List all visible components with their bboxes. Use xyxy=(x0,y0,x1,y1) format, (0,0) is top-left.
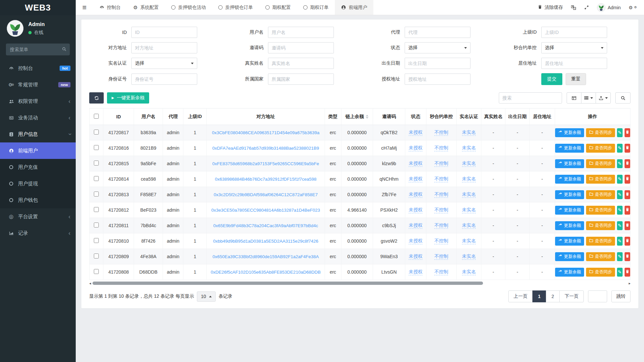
reset-button[interactable]: 重置 xyxy=(566,73,586,85)
delete-button[interactable] xyxy=(625,206,630,215)
kyc-link[interactable]: 未实名 xyxy=(462,269,476,275)
address-input[interactable] xyxy=(131,42,197,53)
id-input[interactable] xyxy=(131,27,197,38)
status-link[interactable]: 未授权 xyxy=(409,161,422,167)
parent-id-input[interactable] xyxy=(541,27,607,38)
control-link[interactable]: 不控制 xyxy=(434,130,448,136)
sync-button[interactable]: 是否同步 xyxy=(586,221,615,230)
control-link[interactable]: 不控制 xyxy=(434,269,448,275)
detail-view-button[interactable] xyxy=(567,92,581,104)
address-link[interactable]: 0x3CbFE0804086CEA09635171D454e09a675b363… xyxy=(212,130,320,135)
refresh-button[interactable] xyxy=(89,92,104,104)
sync-button[interactable]: 是否同步 xyxy=(586,144,615,153)
tab-frontend-users[interactable]: 前端用户 xyxy=(335,0,373,15)
control-link[interactable]: 不控制 xyxy=(434,192,448,198)
status-link[interactable]: 未授权 xyxy=(409,207,422,213)
id-number-input[interactable] xyxy=(131,74,197,85)
update-balance-button[interactable]: 更新余额 xyxy=(555,221,584,230)
tab-options-config[interactable]: 期权配置 xyxy=(259,0,297,15)
next-page-button[interactable]: 下一页 xyxy=(559,290,584,302)
delete-button[interactable] xyxy=(625,128,630,137)
tab-dashboard[interactable]: 控制台 xyxy=(93,0,127,15)
scroll-right-icon[interactable]: ▸ xyxy=(629,282,631,285)
row-checkbox[interactable] xyxy=(94,145,99,150)
kyc-link[interactable]: 未实名 xyxy=(462,254,476,260)
update-balance-button[interactable]: 更新余额 xyxy=(555,237,584,246)
kyc-link[interactable]: 未实名 xyxy=(462,176,476,182)
real-name-input[interactable] xyxy=(268,58,334,69)
select-all-checkbox[interactable] xyxy=(94,114,99,119)
status-link[interactable]: 未授权 xyxy=(409,238,422,244)
sidebar-item-user-withdraw[interactable]: 用户提现 xyxy=(0,175,76,192)
update-balance-button[interactable]: 更新余额 xyxy=(555,190,584,199)
jump-page-input[interactable] xyxy=(588,290,607,302)
scrollbar-thumb[interactable] xyxy=(93,282,483,285)
sync-button[interactable]: 是否同步 xyxy=(586,268,615,277)
page-button-2[interactable]: 2 xyxy=(546,290,560,302)
status-link[interactable]: 未授权 xyxy=(409,192,422,198)
edit-button[interactable]: ✎ xyxy=(617,175,623,184)
contract-control-select[interactable]: 选择 xyxy=(541,42,607,53)
delete-button[interactable] xyxy=(625,237,630,246)
kyc-link[interactable]: 未实名 xyxy=(462,145,476,151)
kyc-link[interactable]: 未实名 xyxy=(462,238,476,244)
table-search-button[interactable] xyxy=(615,92,631,104)
scroll-left-icon[interactable]: ◂ xyxy=(89,282,91,285)
row-checkbox[interactable] xyxy=(94,269,99,274)
row-checkbox[interactable] xyxy=(94,223,99,227)
control-link[interactable]: 不控制 xyxy=(434,145,448,151)
sort-icon[interactable] xyxy=(366,115,368,119)
sync-button[interactable]: 是否同步 xyxy=(586,237,615,246)
hamburger-icon[interactable]: ≡ xyxy=(76,3,93,12)
row-checkbox[interactable] xyxy=(94,192,99,196)
sync-button[interactable]: 是否同步 xyxy=(586,252,615,261)
sync-button[interactable]: 是否同步 xyxy=(586,128,615,137)
delete-button[interactable] xyxy=(625,144,630,153)
address-link[interactable]: 0x638986884B46b76Dc7a392912fDF15f1f7cea5… xyxy=(215,177,317,182)
update-balance-button[interactable]: 更新余额 xyxy=(555,159,584,168)
edit-button[interactable]: ✎ xyxy=(617,252,623,261)
address-link[interactable]: 0x3e3CE50a7805ECC9804814A6b13287a1D4BeF0… xyxy=(211,208,320,213)
menu-search-input[interactable] xyxy=(6,44,70,55)
sidebar-item-dashboard[interactable]: 控制台hot xyxy=(0,60,76,76)
status-link[interactable]: 未授权 xyxy=(409,269,422,275)
jump-button[interactable]: 跳转 xyxy=(611,290,631,302)
update-balance-button[interactable]: 更新余额 xyxy=(555,252,584,261)
avatar[interactable] xyxy=(7,20,24,37)
control-link[interactable]: 不控制 xyxy=(434,223,448,229)
update-balance-button[interactable]: 更新余额 xyxy=(555,175,584,184)
sync-button[interactable]: 是否同步 xyxy=(586,190,615,199)
page-button-1[interactable]: 1 xyxy=(532,290,546,302)
status-link[interactable]: 未授权 xyxy=(409,176,422,182)
kyc-link[interactable]: 未实名 xyxy=(462,223,476,229)
control-link[interactable]: 不控制 xyxy=(434,161,448,167)
invite-code-input[interactable] xyxy=(268,42,334,53)
tab-options-orders[interactable]: 期权订单 xyxy=(297,0,335,15)
clear-cache-button[interactable]: 清除缓存 xyxy=(538,5,563,11)
status-link[interactable]: 未授权 xyxy=(409,145,422,151)
control-link[interactable]: 不控制 xyxy=(434,254,448,260)
country-input[interactable] xyxy=(268,74,334,85)
control-link[interactable]: 不控制 xyxy=(434,207,448,213)
export-button[interactable] xyxy=(596,92,611,104)
edit-button[interactable]: ✎ xyxy=(617,144,623,153)
delete-button[interactable] xyxy=(625,221,630,230)
update-balance-button[interactable]: 更新余额 xyxy=(555,128,584,137)
kyc-link[interactable]: 未实名 xyxy=(462,207,476,213)
sidebar-item-permission-manage[interactable]: 权限管理‹ xyxy=(0,93,76,109)
sidebar-item-frontend-users[interactable]: 前端用户 xyxy=(0,142,76,159)
sidebar-item-business-activity[interactable]: 业务活动‹ xyxy=(0,109,76,126)
sidebar-item-records[interactable]: 记录‹ xyxy=(0,225,76,241)
tab-stake-activity[interactable]: 质押锁仓活动 xyxy=(165,0,212,15)
auth-address-input[interactable] xyxy=(405,74,470,85)
row-checkbox[interactable] xyxy=(94,254,99,258)
kyc-link[interactable]: 未实名 xyxy=(462,192,476,198)
sidebar-item-user-recharge[interactable]: 用户充值 xyxy=(0,159,76,175)
address-link[interactable]: 0xDE26f5cAF102D105e635Ab8FE853DE210aD68D… xyxy=(211,270,321,275)
edit-button[interactable]: ✎ xyxy=(617,128,623,137)
control-link[interactable]: 不控制 xyxy=(434,176,448,182)
search-icon[interactable] xyxy=(62,47,67,53)
update-balance-button[interactable]: 更新余额 xyxy=(555,268,584,277)
status-select[interactable]: 选择 xyxy=(405,42,470,53)
tab-system-config[interactable]: ⚙系统配置 xyxy=(127,0,165,15)
